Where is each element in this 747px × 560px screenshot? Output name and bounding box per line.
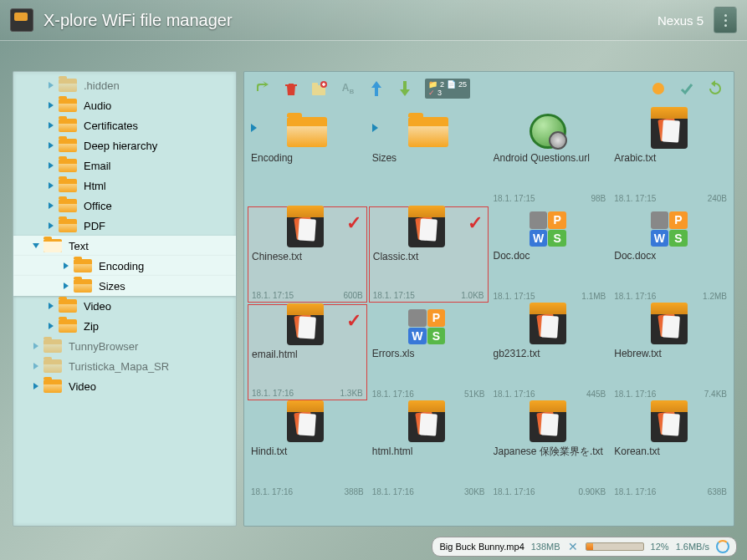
file-meta: 18.1. 17:160.90KB	[494, 487, 606, 496]
file-item[interactable]: Korean.txt18.1. 17:16638B	[611, 402, 730, 498]
cancel-transfer-button[interactable]: ✕	[567, 541, 579, 552]
folder-icon	[287, 114, 327, 149]
upload-button[interactable]	[365, 77, 388, 100]
file-item[interactable]: Encoding	[248, 109, 367, 205]
expand-arrow-icon[interactable]	[49, 202, 54, 209]
file-meta: 18.1. 17:161.3KB	[252, 389, 363, 398]
delete-button[interactable]	[279, 77, 303, 100]
file-meta: 18.1. 17:15240B	[614, 194, 727, 203]
tree-item-tunnybrowser[interactable]: TunnyBrowser	[13, 336, 236, 356]
expand-arrow-icon[interactable]	[251, 124, 257, 132]
file-meta: 18.1. 17:16638B	[614, 487, 727, 496]
tree-item-html[interactable]: Html	[13, 176, 236, 196]
file-item[interactable]: ✓Chinese.txt18.1. 17:15600B	[248, 206, 367, 303]
expand-arrow-icon[interactable]	[372, 124, 378, 132]
document-icon	[530, 309, 570, 344]
file-item[interactable]: ✓Classic.txt18.1. 17:151.0KB	[369, 206, 489, 303]
tree-label: Video	[84, 300, 111, 313]
expand-arrow-icon[interactable]	[49, 303, 54, 309]
tree-item-certificates[interactable]: Certificates	[13, 115, 236, 135]
tree-label: Zip	[84, 320, 99, 333]
tree-item-zip[interactable]: Zip	[13, 316, 236, 336]
file-item[interactable]: PWSDoc.docx18.1. 17:161.2MB	[611, 206, 730, 303]
content-panel: AB 📁2 📄25 ✓3 EncodingSizesAndr	[243, 71, 734, 527]
file-name: email.html	[252, 349, 363, 360]
tree-item-video[interactable]: Video	[13, 296, 236, 316]
tree-item-pdf[interactable]: PDF	[13, 216, 236, 236]
file-meta: 18.1. 17:16445B	[494, 389, 606, 399]
download-button[interactable]	[393, 77, 417, 100]
folder-icon	[43, 359, 62, 373]
check-icon: ✓	[346, 212, 361, 234]
check-icon: ✓	[346, 310, 361, 332]
expand-arrow-icon[interactable]	[33, 243, 39, 248]
file-item[interactable]: ✓email.html18.1. 17:161.3KB	[248, 304, 367, 400]
tree-label: Sizes	[99, 280, 125, 293]
folder-icon	[43, 339, 62, 353]
up-button[interactable]	[251, 77, 274, 100]
file-item[interactable]: Hindi.txt18.1. 17:16388B	[248, 402, 367, 498]
tree-label: Email	[84, 160, 111, 172]
expand-arrow-icon[interactable]	[49, 323, 54, 329]
tree-label: Office	[84, 200, 112, 212]
office-icon: PWS	[651, 211, 691, 247]
file-meta: 18.1. 17:1630KB	[372, 487, 485, 496]
tree-item-sizes[interactable]: Sizes	[13, 276, 236, 296]
tree-item-email[interactable]: Email	[13, 155, 236, 176]
expand-arrow-icon[interactable]	[64, 262, 69, 269]
file-item[interactable]: gb2312.txt18.1. 17:16445B	[490, 304, 610, 400]
new-folder-button[interactable]	[308, 77, 331, 100]
document-icon	[651, 114, 691, 149]
file-item[interactable]: Arabic.txt18.1. 17:15240B	[611, 109, 730, 205]
brightness-button[interactable]	[647, 77, 670, 100]
file-item[interactable]: Sizes	[369, 109, 489, 205]
transfer-percent: 12%	[651, 542, 669, 552]
tree-item--hidden[interactable]: .hidden	[13, 75, 236, 95]
file-item[interactable]: Android Questions.url18.1. 17:1598B	[490, 109, 610, 205]
tree-item-turisticka-mapa-sr[interactable]: Turisticka_Mapa_SR	[13, 356, 236, 376]
expand-arrow-icon[interactable]	[49, 182, 54, 189]
folder-icon	[59, 199, 77, 212]
tree-item-office[interactable]: Office	[13, 196, 236, 216]
folder-icon	[59, 139, 77, 152]
folder-icon	[59, 219, 77, 232]
tree-label: Html	[84, 180, 106, 192]
transfer-progress	[586, 542, 644, 551]
file-item[interactable]: Hebrew.txt18.1. 17:167.4KB	[611, 304, 730, 400]
tree-item-deep-hierarchy[interactable]: Deep hierarchy	[13, 135, 236, 155]
file-name: Doc.docx	[614, 250, 727, 262]
tree-item-video[interactable]: Video	[13, 376, 236, 396]
url-icon	[530, 114, 570, 149]
expand-arrow-icon[interactable]	[49, 162, 54, 169]
file-item[interactable]: PWSErrors.xls18.1. 17:1651KB	[369, 304, 489, 400]
document-icon	[287, 212, 327, 247]
menu-button[interactable]	[714, 7, 737, 33]
tree-label: Turisticka_Mapa_SR	[69, 360, 169, 373]
folder-icon	[59, 319, 77, 333]
spinner-icon	[716, 540, 729, 553]
expand-arrow-icon[interactable]	[49, 102, 54, 109]
expand-arrow-icon[interactable]	[49, 222, 54, 229]
tree-item-text[interactable]: Text	[13, 236, 236, 256]
expand-arrow-icon[interactable]	[33, 343, 38, 349]
file-name: Sizes	[372, 152, 485, 164]
expand-arrow-icon[interactable]	[49, 122, 54, 129]
expand-arrow-icon[interactable]	[49, 142, 54, 149]
expand-arrow-icon[interactable]	[49, 82, 54, 89]
document-icon	[287, 407, 327, 442]
file-grid[interactable]: EncodingSizesAndroid Questions.url18.1. …	[244, 105, 734, 526]
folder-icon	[59, 179, 77, 192]
file-item[interactable]: PWSDoc.doc18.1. 17:151.1MB	[490, 206, 610, 303]
tree-item-encoding[interactable]: Encoding	[13, 256, 236, 276]
file-item[interactable]: Japanese 保険業界を.txt18.1. 17:160.90KB	[490, 402, 610, 498]
expand-arrow-icon[interactable]	[33, 363, 38, 369]
office-icon: PWS	[408, 309, 448, 344]
expand-arrow-icon[interactable]	[64, 283, 69, 289]
rename-button[interactable]: AB	[336, 77, 360, 100]
file-item[interactable]: html.html18.1. 17:1630KB	[369, 402, 489, 498]
select-all-button[interactable]	[675, 77, 698, 100]
expand-arrow-icon[interactable]	[33, 383, 38, 389]
refresh-button[interactable]	[704, 77, 727, 100]
tree-item-audio[interactable]: Audio	[13, 95, 236, 115]
folder-tree[interactable]: .hiddenAudioCertificatesDeep hierarchyEm…	[13, 71, 237, 527]
